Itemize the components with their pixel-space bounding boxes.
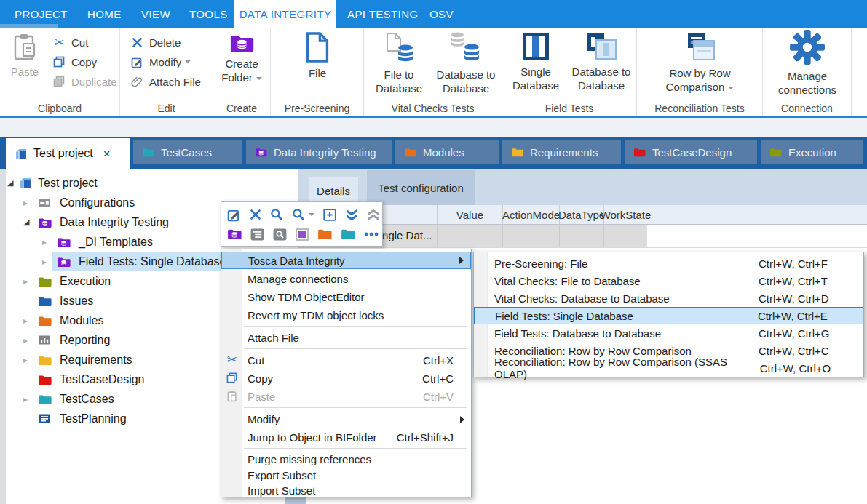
- column-header-workstate[interactable]: WorkState: [603, 205, 647, 224]
- group-label-reconciliation: Reconciliation Tests: [637, 103, 762, 114]
- group-label-clipboard: Clipboard: [0, 103, 119, 114]
- file-button[interactable]: File: [296, 32, 339, 80]
- submenu-item-field-tests-single-database[interactable]: Field Tests: Single Database Ctrl+W, Ctr…: [474, 307, 863, 324]
- column-header-value[interactable]: Value: [437, 205, 502, 224]
- single-database-button[interactable]: Single Database: [507, 32, 565, 92]
- file-to-database-button[interactable]: File to Database: [368, 32, 429, 95]
- duplicate-button[interactable]: Duplicate: [51, 73, 117, 90]
- menu-data-integrity[interactable]: DATA INTEGRITY: [234, 0, 336, 28]
- expander-expanded-icon[interactable]: ◢: [23, 212, 29, 232]
- expander-collapsed-icon[interactable]: ▸: [42, 232, 47, 252]
- expander-collapsed-icon[interactable]: ▸: [23, 193, 28, 212]
- more-options-icon[interactable]: [364, 226, 388, 242]
- menu-home[interactable]: HOME: [87, 0, 122, 28]
- submenu-item-field-tests-database-to-database[interactable]: Field Tests: Database to Database Ctrl+W…: [474, 324, 863, 342]
- tab-testcases[interactable]: TestCases: [133, 140, 242, 164]
- menu-item-attach-file[interactable]: Attach File: [221, 329, 471, 347]
- expander-collapsed-icon[interactable]: ▸: [23, 389, 28, 409]
- submenu-item-label: Reconciliation: Row by Row Comparison: [494, 345, 692, 357]
- add-window-icon[interactable]: [323, 207, 336, 223]
- menu-item-manage-connections[interactable]: Manage connections: [221, 270, 471, 288]
- modify-dropdown-caret-icon: [185, 60, 191, 63]
- expander-collapsed-icon[interactable]: ▸: [23, 271, 28, 291]
- copy-button[interactable]: Copy: [51, 53, 97, 71]
- attach-file-button[interactable]: Attach File: [129, 73, 201, 90]
- menu-item-export-subset[interactable]: Export Subset: [221, 467, 471, 483]
- delete-icon: [129, 37, 145, 48]
- menu-item-modify[interactable]: Modify: [221, 410, 471, 428]
- subribbon-band: [0, 118, 867, 137]
- expander-collapsed-icon[interactable]: ▸: [23, 350, 28, 369]
- ribbon: Paste ✂ Cut Copy Duplicate Clipboard Del…: [0, 28, 867, 116]
- field-db-to-db-button[interactable]: Database to Database: [568, 32, 635, 92]
- menu-item-label: Show TDM ObjectEditor: [248, 291, 365, 303]
- expand-all-icon[interactable]: [345, 207, 358, 223]
- testcases-folder-icon[interactable]: [341, 226, 355, 242]
- menu-osv[interactable]: OSV: [429, 0, 454, 28]
- delete-x-icon[interactable]: [250, 207, 261, 223]
- menu-item-purge-missing-references[interactable]: Purge missing references: [221, 451, 471, 467]
- submenu-item-reconciliation-row-by-row-ssas-olap[interactable]: Reconciliation: Row by Row Comparison (S…: [474, 359, 863, 377]
- database-to-database-button[interactable]: Database to Database: [432, 32, 499, 95]
- menu-item-cut[interactable]: Cut Ctrl+X: [221, 351, 471, 369]
- tab-test-configuration-label: Test configuration: [378, 182, 464, 194]
- di-folder-icon[interactable]: [227, 226, 242, 242]
- search-icon[interactable]: [270, 207, 283, 223]
- row-by-row-button[interactable]: Row by Row Comparison: [647, 32, 753, 94]
- group-label-connection: Connection: [763, 103, 851, 114]
- tab-test-configuration[interactable]: Test configuration: [367, 170, 475, 205]
- tree-label: Modules: [60, 311, 103, 330]
- menu-item-show-tdm-objecteditor[interactable]: Show TDM ObjectEditor: [221, 288, 471, 306]
- tab-close-icon[interactable]: ×: [103, 148, 111, 160]
- left-collapsed-panel-strip[interactable]: [0, 169, 6, 504]
- modify-button[interactable]: Modify: [129, 53, 191, 71]
- menu-item-label: Manage connections: [248, 273, 348, 285]
- menu-tools[interactable]: TOOLS: [189, 0, 228, 28]
- menu-item-jump-to-object[interactable]: Jump to Object in BIFolder Ctrl+Shift+J: [221, 428, 471, 447]
- column-header-datatype[interactable]: DataType: [559, 205, 603, 224]
- tab-modules[interactable]: Modules: [395, 140, 499, 164]
- paperclip-icon: [129, 76, 145, 87]
- submenu-item-pre-screening-file[interactable]: Pre-Screening: File Ctrl+W, Ctrl+F: [474, 255, 863, 272]
- menu-item-label: Export Subset: [248, 469, 316, 481]
- search-object-icon[interactable]: [273, 226, 287, 242]
- tab-test-project[interactable]: Test project ×: [6, 138, 130, 169]
- top-menu-bar: PROJECT HOME VIEW TOOLS DATA INTEGRITY A…: [0, 0, 867, 28]
- menu-item-tosca-data-integrity[interactable]: Tosca Data Integrity: [221, 252, 471, 269]
- create-folder-button[interactable]: Create Folder: [217, 33, 266, 84]
- tab-requirements[interactable]: Requirements: [502, 140, 621, 164]
- expander-expanded-icon[interactable]: ◢: [7, 173, 13, 193]
- menu-separator: [244, 326, 467, 327]
- tab-execution[interactable]: Execution: [761, 140, 863, 164]
- paste-button[interactable]: Paste: [6, 33, 44, 79]
- menu-item-paste[interactable]: Paste Ctrl+V: [221, 388, 471, 406]
- modules-folder-icon[interactable]: [317, 226, 332, 242]
- tree-label: Reporting: [60, 330, 110, 350]
- expander-collapsed-icon[interactable]: ▸: [23, 311, 28, 330]
- submenu-item-vital-checks-file-to-database[interactable]: Vital Checks: File to Database Ctrl+W, C…: [474, 272, 863, 289]
- menu-api-testing[interactable]: API TESTING: [347, 0, 418, 28]
- tree-view-icon[interactable]: [250, 226, 264, 242]
- expander-collapsed-icon[interactable]: ▸: [23, 330, 28, 350]
- report-chart-icon: [38, 335, 51, 345]
- delete-button[interactable]: Delete: [129, 33, 181, 51]
- column-header-actionmode[interactable]: ActionMode: [502, 205, 559, 224]
- tree-item-test-project[interactable]: ◢ Test project: [6, 173, 297, 193]
- menu-item-revert-tdm-object-locks[interactable]: Revert my TDM object locks: [221, 306, 471, 324]
- cut-button[interactable]: ✂ Cut: [51, 33, 88, 51]
- tab-data-integrity-testing[interactable]: Data Integrity Testing: [246, 140, 392, 164]
- submenu-item-vital-checks-database-to-database[interactable]: Vital Checks: Database to Database Ctrl+…: [474, 289, 863, 307]
- menu-item-copy[interactable]: Copy Ctrl+C: [221, 369, 471, 388]
- edit-icon[interactable]: [227, 207, 241, 223]
- create-folder-label: Create Folder: [217, 57, 266, 84]
- manage-connections-button[interactable]: Manage connections: [771, 29, 844, 97]
- tab-testcasedesign[interactable]: TestCaseDesign: [625, 140, 757, 164]
- menu-view[interactable]: VIEW: [141, 0, 170, 28]
- scrollbar-thumb[interactable]: [285, 497, 306, 504]
- collapse-all-icon[interactable]: [367, 207, 380, 223]
- workspace-tab-strip: Test project × TestCases Data Integrity …: [0, 137, 867, 169]
- search-dropdown-icon[interactable]: [292, 207, 314, 223]
- expander-collapsed-icon[interactable]: ▸: [42, 252, 47, 271]
- menu-item-import-subset[interactable]: Import Subset: [221, 483, 471, 498]
- frame-object-icon[interactable]: [296, 226, 309, 242]
